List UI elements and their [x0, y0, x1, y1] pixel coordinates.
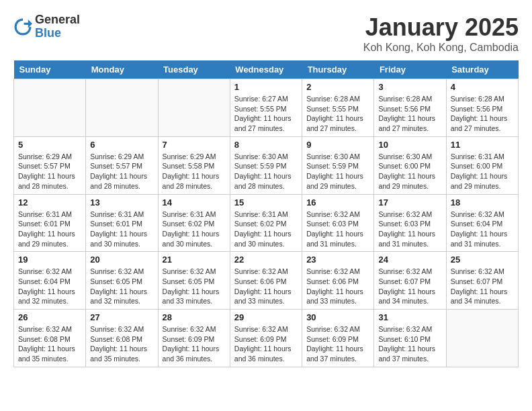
calendar-cell: 23Sunrise: 6:32 AM Sunset: 6:06 PM Dayli… [302, 252, 374, 310]
cell-info: Sunrise: 6:32 AM Sunset: 6:07 PM Dayligh… [451, 267, 514, 306]
calendar-cell: 31Sunrise: 6:32 AM Sunset: 6:10 PM Dayli… [374, 310, 446, 367]
week-row-5: 26Sunrise: 6:32 AM Sunset: 6:08 PM Dayli… [14, 310, 519, 367]
cell-info: Sunrise: 6:28 AM Sunset: 5:56 PM Dayligh… [378, 94, 441, 134]
calendar-cell: 4Sunrise: 6:28 AM Sunset: 5:56 PM Daylig… [446, 79, 518, 137]
day-number: 2 [306, 82, 369, 92]
day-number: 7 [163, 140, 226, 150]
week-row-1: 1Sunrise: 6:27 AM Sunset: 5:55 PM Daylig… [14, 79, 519, 137]
day-number: 20 [90, 255, 153, 265]
calendar-cell: 13Sunrise: 6:31 AM Sunset: 6:01 PM Dayli… [86, 194, 158, 252]
calendar-cell: 16Sunrise: 6:32 AM Sunset: 6:03 PM Dayli… [302, 194, 374, 252]
page-header: General Blue January 2025 Koh Kong, Koh … [13, 13, 519, 54]
calendar-cell: 27Sunrise: 6:32 AM Sunset: 6:08 PM Dayli… [86, 310, 158, 367]
day-number: 10 [378, 140, 441, 150]
cell-info: Sunrise: 6:28 AM Sunset: 5:55 PM Dayligh… [306, 94, 369, 134]
calendar-cell: 2Sunrise: 6:28 AM Sunset: 5:55 PM Daylig… [302, 79, 374, 137]
cell-info: Sunrise: 6:32 AM Sunset: 6:06 PM Dayligh… [306, 267, 369, 306]
day-number: 1 [234, 82, 298, 92]
day-number: 22 [234, 255, 298, 265]
logo-blue: Blue [35, 27, 80, 40]
day-number: 19 [18, 255, 81, 265]
day-number: 12 [18, 197, 81, 208]
calendar-cell: 17Sunrise: 6:32 AM Sunset: 6:03 PM Dayli… [374, 194, 446, 252]
calendar-cell [14, 79, 86, 137]
day-number: 8 [234, 140, 298, 150]
cell-info: Sunrise: 6:30 AM Sunset: 5:59 PM Dayligh… [306, 152, 369, 191]
day-number: 15 [234, 197, 298, 208]
weekday-header-monday: Monday [86, 60, 158, 79]
day-number: 5 [18, 140, 81, 150]
cell-info: Sunrise: 6:32 AM Sunset: 6:09 PM Dayligh… [234, 324, 298, 364]
weekday-header-thursday: Thursday [302, 60, 374, 79]
calendar-cell: 19Sunrise: 6:32 AM Sunset: 6:04 PM Dayli… [14, 252, 86, 310]
cell-info: Sunrise: 6:32 AM Sunset: 6:04 PM Dayligh… [451, 210, 514, 249]
cell-info: Sunrise: 6:32 AM Sunset: 6:05 PM Dayligh… [163, 267, 226, 306]
calendar-body: 1Sunrise: 6:27 AM Sunset: 5:55 PM Daylig… [14, 79, 519, 367]
cell-info: Sunrise: 6:32 AM Sunset: 6:07 PM Dayligh… [378, 267, 441, 306]
cell-info: Sunrise: 6:32 AM Sunset: 6:03 PM Dayligh… [378, 210, 441, 249]
calendar-cell: 21Sunrise: 6:32 AM Sunset: 6:05 PM Dayli… [158, 252, 230, 310]
cell-info: Sunrise: 6:32 AM Sunset: 6:03 PM Dayligh… [306, 210, 369, 249]
day-number: 25 [451, 255, 514, 265]
cell-info: Sunrise: 6:31 AM Sunset: 6:01 PM Dayligh… [18, 210, 81, 249]
calendar-cell: 10Sunrise: 6:30 AM Sunset: 6:00 PM Dayli… [374, 136, 446, 194]
calendar-cell: 1Sunrise: 6:27 AM Sunset: 5:55 PM Daylig… [230, 79, 302, 137]
cell-info: Sunrise: 6:27 AM Sunset: 5:55 PM Dayligh… [234, 94, 298, 134]
calendar-cell: 15Sunrise: 6:31 AM Sunset: 6:02 PM Dayli… [230, 194, 302, 252]
calendar-cell: 24Sunrise: 6:32 AM Sunset: 6:07 PM Dayli… [374, 252, 446, 310]
cell-info: Sunrise: 6:32 AM Sunset: 6:08 PM Dayligh… [18, 324, 81, 364]
cell-info: Sunrise: 6:31 AM Sunset: 6:00 PM Dayligh… [451, 152, 514, 191]
cell-info: Sunrise: 6:30 AM Sunset: 5:59 PM Dayligh… [234, 152, 298, 191]
calendar-cell: 6Sunrise: 6:29 AM Sunset: 5:57 PM Daylig… [86, 136, 158, 194]
svg-marker-0 [24, 19, 32, 28]
calendar-cell: 3Sunrise: 6:28 AM Sunset: 5:56 PM Daylig… [374, 79, 446, 137]
cell-info: Sunrise: 6:32 AM Sunset: 6:04 PM Dayligh… [18, 267, 81, 306]
weekday-header-friday: Friday [374, 60, 446, 79]
cell-info: Sunrise: 6:31 AM Sunset: 6:02 PM Dayligh… [234, 210, 298, 249]
calendar-cell: 5Sunrise: 6:29 AM Sunset: 5:57 PM Daylig… [14, 136, 86, 194]
logo-text: General Blue [35, 13, 80, 40]
calendar-cell: 26Sunrise: 6:32 AM Sunset: 6:08 PM Dayli… [14, 310, 86, 367]
day-number: 14 [163, 197, 226, 208]
calendar-table: SundayMondayTuesdayWednesdayThursdayFrid… [13, 60, 519, 367]
calendar-cell: 11Sunrise: 6:31 AM Sunset: 6:00 PM Dayli… [446, 136, 518, 194]
day-number: 17 [378, 197, 441, 208]
day-number: 9 [306, 140, 369, 150]
calendar-cell: 28Sunrise: 6:32 AM Sunset: 6:09 PM Dayli… [158, 310, 230, 367]
logo: General Blue [13, 13, 80, 40]
day-number: 6 [90, 140, 153, 150]
cell-info: Sunrise: 6:32 AM Sunset: 6:09 PM Dayligh… [163, 324, 226, 364]
calendar-cell: 9Sunrise: 6:30 AM Sunset: 5:59 PM Daylig… [302, 136, 374, 194]
calendar-cell: 25Sunrise: 6:32 AM Sunset: 6:07 PM Dayli… [446, 252, 518, 310]
calendar-cell: 14Sunrise: 6:31 AM Sunset: 6:02 PM Dayli… [158, 194, 230, 252]
cell-info: Sunrise: 6:32 AM Sunset: 6:09 PM Dayligh… [306, 324, 369, 364]
week-row-2: 5Sunrise: 6:29 AM Sunset: 5:57 PM Daylig… [14, 136, 519, 194]
day-number: 31 [378, 312, 441, 322]
day-number: 13 [90, 197, 153, 208]
location: Koh Kong, Koh Kong, Cambodia [363, 42, 519, 54]
cell-info: Sunrise: 6:28 AM Sunset: 5:56 PM Dayligh… [451, 94, 514, 134]
month-title: January 2025 [363, 13, 519, 42]
day-number: 30 [306, 312, 369, 322]
cell-info: Sunrise: 6:32 AM Sunset: 6:08 PM Dayligh… [90, 324, 153, 364]
logo-icon [13, 17, 32, 36]
day-number: 23 [306, 255, 369, 265]
calendar-cell: 8Sunrise: 6:30 AM Sunset: 5:59 PM Daylig… [230, 136, 302, 194]
calendar-cell: 7Sunrise: 6:29 AM Sunset: 5:58 PM Daylig… [158, 136, 230, 194]
calendar-cell: 20Sunrise: 6:32 AM Sunset: 6:05 PM Dayli… [86, 252, 158, 310]
weekday-header-row: SundayMondayTuesdayWednesdayThursdayFrid… [14, 60, 519, 79]
calendar-cell: 12Sunrise: 6:31 AM Sunset: 6:01 PM Dayli… [14, 194, 86, 252]
cell-info: Sunrise: 6:29 AM Sunset: 5:58 PM Dayligh… [163, 152, 226, 191]
calendar-cell [158, 79, 230, 137]
week-row-3: 12Sunrise: 6:31 AM Sunset: 6:01 PM Dayli… [14, 194, 519, 252]
day-number: 27 [90, 312, 153, 322]
cell-info: Sunrise: 6:30 AM Sunset: 6:00 PM Dayligh… [378, 152, 441, 191]
weekday-header-tuesday: Tuesday [158, 60, 230, 79]
cell-info: Sunrise: 6:29 AM Sunset: 5:57 PM Dayligh… [18, 152, 81, 191]
calendar-cell [446, 310, 518, 367]
day-number: 3 [378, 82, 441, 92]
calendar-header: SundayMondayTuesdayWednesdayThursdayFrid… [14, 60, 519, 79]
cell-info: Sunrise: 6:29 AM Sunset: 5:57 PM Dayligh… [90, 152, 153, 191]
cell-info: Sunrise: 6:31 AM Sunset: 6:01 PM Dayligh… [90, 210, 153, 249]
calendar-cell: 18Sunrise: 6:32 AM Sunset: 6:04 PM Dayli… [446, 194, 518, 252]
